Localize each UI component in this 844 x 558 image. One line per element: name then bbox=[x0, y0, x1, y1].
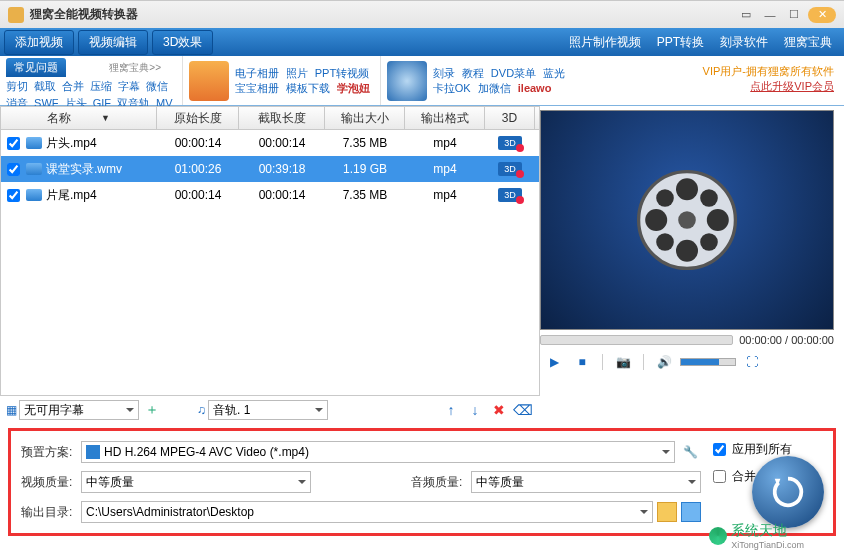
faq-link[interactable]: 微信 bbox=[146, 80, 168, 92]
link[interactable]: 刻录 bbox=[433, 67, 455, 79]
volume-button[interactable]: 🔊 bbox=[652, 352, 676, 372]
seek-slider[interactable] bbox=[540, 335, 733, 345]
orig-length: 01:00:26 bbox=[157, 156, 239, 182]
preview-video bbox=[540, 110, 834, 330]
row-checkbox[interactable] bbox=[7, 189, 20, 202]
list-bottom-bar: ▦ 无可用字幕 ＋ ♫ 音轨. 1 ↑ ↓ ✖ ⌫ bbox=[0, 396, 540, 424]
move-up-button[interactable]: ↑ bbox=[440, 400, 462, 420]
3d-badge[interactable]: 3D bbox=[498, 162, 522, 176]
time-bar: 00:00:00 / 00:00:00 bbox=[540, 334, 834, 346]
powerpoint-icon bbox=[189, 61, 229, 101]
row-checkbox[interactable] bbox=[7, 163, 20, 176]
merge-one-input[interactable] bbox=[713, 470, 726, 483]
table-body: 片头.mp400:00:1400:00:147.35 MBmp43D课堂实录.w… bbox=[0, 130, 540, 396]
convert-button[interactable] bbox=[752, 456, 824, 528]
preset-settings-button[interactable]: 🔧 bbox=[679, 441, 701, 463]
liwo-book-link[interactable]: 狸窝宝典 bbox=[776, 34, 840, 51]
apply-all-checkbox[interactable]: 应用到所有 bbox=[713, 441, 823, 458]
link[interactable]: DVD菜单 bbox=[491, 67, 536, 79]
faq-title: 常见问题 bbox=[6, 58, 66, 77]
ppt-convert-link[interactable]: PPT转换 bbox=[649, 34, 712, 51]
link[interactable]: 加微信 bbox=[478, 82, 511, 94]
3d-badge[interactable]: 3D bbox=[498, 188, 522, 202]
svg-point-5 bbox=[707, 209, 729, 231]
col-name-header[interactable]: 名称▼ bbox=[1, 107, 157, 129]
play-button[interactable]: ▶ bbox=[542, 352, 566, 372]
audio-track-select[interactable]: 音轨. 1 bbox=[208, 400, 328, 420]
faq-meta-link[interactable]: 狸窝宝典>> bbox=[109, 62, 161, 73]
close-button[interactable]: ✕ bbox=[808, 7, 836, 23]
faq-link[interactable]: 字幕 bbox=[118, 80, 140, 92]
subtitle-select[interactable]: 无可用字幕 bbox=[19, 400, 139, 420]
faq-box: 常见问题 狸窝宝典>> 剪切 截取 合并 压缩 字幕 微信 消音 SWF 片头 … bbox=[0, 56, 182, 105]
output-format: mp4 bbox=[405, 156, 485, 182]
fullscreen-button[interactable]: ⛶ bbox=[740, 352, 764, 372]
burn-software-link[interactable]: 刻录软件 bbox=[712, 34, 776, 51]
move-down-button[interactable]: ↓ bbox=[464, 400, 486, 420]
faq-link[interactable]: 压缩 bbox=[90, 80, 112, 92]
faq-link[interactable]: 剪切 bbox=[6, 80, 28, 92]
delete-button[interactable]: ✖ bbox=[488, 400, 510, 420]
output-size: 1.19 GB bbox=[325, 156, 405, 182]
video-quality-select[interactable]: 中等质量 bbox=[81, 471, 311, 493]
snapshot-button[interactable]: 📷 bbox=[611, 352, 635, 372]
col-size-header[interactable]: 输出大小 bbox=[325, 107, 405, 129]
link[interactable]: 学泡妞 bbox=[337, 82, 370, 94]
3d-effect-button[interactable]: 3D效果 bbox=[152, 30, 213, 55]
col-fmt-header[interactable]: 输出格式 bbox=[405, 107, 485, 129]
app-title: 狸窝全能视频转换器 bbox=[30, 6, 732, 23]
audio-quality-label: 音频质量: bbox=[411, 474, 471, 491]
maximize-button[interactable]: ☐ bbox=[784, 8, 804, 22]
minimize-button[interactable]: — bbox=[760, 8, 780, 22]
link-column-1: 电子相册 照片 PPT转视频 宝宝相册 模板下载 学泡妞 bbox=[182, 56, 380, 105]
col-3d-header[interactable]: 3D bbox=[485, 107, 535, 129]
file-name: 课堂实录.wmv bbox=[46, 161, 122, 178]
col-cut-header[interactable]: 截取长度 bbox=[239, 107, 325, 129]
table-row[interactable]: 片尾.mp400:00:1400:00:147.35 MBmp43D bbox=[1, 182, 539, 208]
svg-point-3 bbox=[676, 240, 698, 262]
audio-quality-select[interactable]: 中等质量 bbox=[471, 471, 701, 493]
orig-length: 00:00:14 bbox=[157, 182, 239, 208]
menu-button[interactable]: ▭ bbox=[736, 8, 756, 22]
apply-all-input[interactable] bbox=[713, 443, 726, 456]
orig-length: 00:00:14 bbox=[157, 130, 239, 156]
output-dir-label: 输出目录: bbox=[21, 504, 81, 521]
audio-track-icon: ♫ bbox=[197, 403, 206, 417]
link-column-2: 刻录 教程 DVD菜单 蓝光 卡拉OK 加微信 ileawo bbox=[380, 56, 575, 105]
link-bar: 常见问题 狸窝宝典>> 剪切 截取 合并 压缩 字幕 微信 消音 SWF 片头 … bbox=[0, 56, 844, 106]
table-header: 名称▼ 原始长度 截取长度 输出大小 输出格式 3D bbox=[0, 106, 540, 130]
link[interactable]: 模板下载 bbox=[286, 82, 330, 94]
link[interactable]: 教程 bbox=[462, 67, 484, 79]
cut-length: 00:00:14 bbox=[239, 130, 325, 156]
open-folder-button[interactable] bbox=[681, 502, 701, 522]
subtitle-icon: ▦ bbox=[6, 403, 17, 417]
photo-video-link[interactable]: 照片制作视频 bbox=[561, 34, 649, 51]
3d-badge[interactable]: 3D bbox=[498, 136, 522, 150]
subtitle-add-button[interactable]: ＋ bbox=[141, 400, 163, 420]
table-row[interactable]: 片头.mp400:00:1400:00:147.35 MBmp43D bbox=[1, 130, 539, 156]
vip-upgrade-link[interactable]: 点此升级VIP会员 bbox=[703, 79, 834, 94]
col-orig-header[interactable]: 原始长度 bbox=[157, 107, 239, 129]
clear-button[interactable]: ⌫ bbox=[512, 400, 534, 420]
faq-link[interactable]: 合并 bbox=[62, 80, 84, 92]
link[interactable]: 电子相册 bbox=[235, 67, 279, 79]
output-size: 7.35 MB bbox=[325, 130, 405, 156]
faq-link[interactable]: 截取 bbox=[34, 80, 56, 92]
file-name: 片尾.mp4 bbox=[46, 187, 97, 204]
output-dir-select[interactable]: C:\Users\Administrator\Desktop bbox=[81, 501, 653, 523]
link[interactable]: 卡拉OK bbox=[433, 82, 471, 94]
link[interactable]: PPT转视频 bbox=[315, 67, 369, 79]
browse-folder-button[interactable] bbox=[657, 502, 677, 522]
file-list-panel: 名称▼ 原始长度 截取长度 输出大小 输出格式 3D 片头.mp400:00:1… bbox=[0, 106, 540, 424]
table-row[interactable]: 课堂实录.wmv01:00:2600:39:181.19 GBmp43D bbox=[1, 156, 539, 182]
volume-slider[interactable] bbox=[680, 358, 736, 366]
add-video-button[interactable]: 添加视频 bbox=[4, 30, 74, 55]
link[interactable]: 照片 bbox=[286, 67, 308, 79]
link[interactable]: ileawo bbox=[518, 82, 552, 94]
link[interactable]: 宝宝相册 bbox=[235, 82, 279, 94]
video-edit-button[interactable]: 视频编辑 bbox=[78, 30, 148, 55]
preset-select[interactable]: HD H.264 MPEG-4 AVC Video (*.mp4) bbox=[81, 441, 675, 463]
stop-button[interactable]: ■ bbox=[570, 352, 594, 372]
link[interactable]: 蓝光 bbox=[543, 67, 565, 79]
row-checkbox[interactable] bbox=[7, 137, 20, 150]
